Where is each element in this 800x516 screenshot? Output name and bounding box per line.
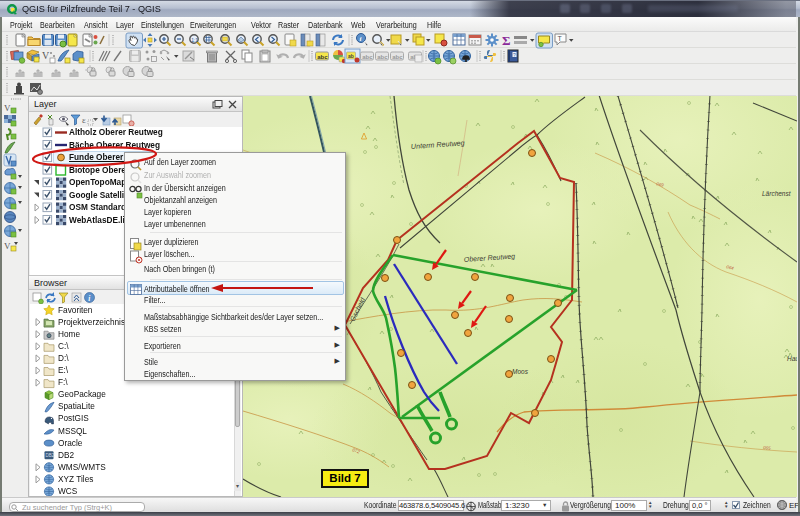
svg-text:DB2: DB2 xyxy=(46,453,55,458)
svg-text:T: T xyxy=(558,35,563,42)
svg-text:i: i xyxy=(360,35,362,43)
svg-text:065: 065 xyxy=(763,445,771,451)
svg-text:V: V xyxy=(42,50,50,61)
svg-text:V: V xyxy=(4,103,11,113)
svg-text:Moos: Moos xyxy=(512,368,529,375)
svg-text:V: V xyxy=(4,241,11,251)
svg-text:ab: ab xyxy=(348,53,354,59)
svg-text:Lärchenst: Lärchenst xyxy=(762,190,792,197)
svg-text:Hau: Hau xyxy=(787,355,797,362)
svg-text:Σ: Σ xyxy=(502,33,511,48)
svg-text:1:1: 1:1 xyxy=(191,37,198,43)
svg-text:?: ? xyxy=(513,52,516,58)
